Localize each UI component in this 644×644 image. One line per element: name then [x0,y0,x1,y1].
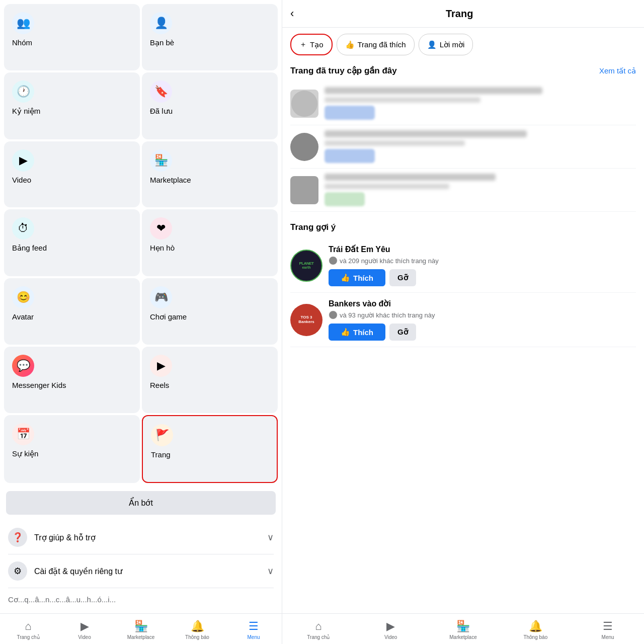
privacy-label: Cài đặt & quyền riêng tư [34,567,122,576]
nav-menu-left[interactable]: ☰ Menu [225,618,282,642]
person-plus-icon: 👤 [427,40,437,49]
recent-avatar-2 [290,133,318,161]
nav-thongbao-left[interactable]: 🔔 Thông báo [169,618,225,642]
invite-label: Lời mời [440,40,465,49]
nav-label-trang-chu: Trang chủ [17,634,39,640]
plus-icon: ＋ [299,40,307,49]
create-button[interactable]: ＋ Tạo [290,34,333,55]
more-text: Cơ...q...â...n...c...â...u...h...ó...i..… [0,588,282,611]
page-action-row-1 [325,106,636,120]
label-hen-ho: Hẹn hò [150,244,175,253]
friend-avatar-small [329,256,338,265]
like-bankers-button[interactable]: 👍 Thích [329,324,385,341]
nav-label-thongbao-right: Thông báo [523,634,547,640]
icon-hen-ho: ❤ [150,217,172,239]
grid-item-ky-niem[interactable]: 🕐 Kỷ niệm [4,72,140,139]
grid-item-trang[interactable]: 🚩 Trang [142,415,278,483]
grid-item-marketplace[interactable]: 🏪 Marketplace [142,141,278,207]
settings-item-privacy[interactable]: ⚙ Cài đặt & quyền riêng tư ∨ [0,554,282,588]
home-icon-left: ⌂ [25,620,31,633]
marketplace-icon-left: 🏪 [134,620,148,633]
nav-thongbao-right[interactable]: 🔔 Thông báo [499,618,572,642]
suggested-section: Trang gợi ý PLANET earth Trái Đất Em Yêu… [290,222,636,347]
page-action-blur-3 [325,192,365,206]
label-ban-be: Bạn bè [150,38,174,47]
settings-section: ❓ Trợ giúp & hỗ trợ ∨ ⚙ Cài đặt & quyền … [0,519,282,613]
page-detail-blur-1 [325,97,480,103]
nav-video-left[interactable]: ▶ Video [56,618,113,642]
grid-item-bang-feed[interactable]: ⏱ Bảng feed [4,209,140,276]
liked-pages-button[interactable]: 👍 Trang đã thích [337,34,415,55]
page-name-bankers: Bankers vào đời [329,299,636,308]
recent-avatar-1 [290,90,318,118]
nav-label-thongbao: Thông báo [185,634,209,640]
recent-page-info-1 [325,87,636,120]
icon-da-luu: 🔖 [150,80,172,103]
grid-item-nhom[interactable]: 👥 Nhóm [4,4,140,70]
recent-page-item-1[interactable] [290,82,636,125]
bell-icon-right: 🔔 [529,620,542,633]
grid-item-reels[interactable]: ▶ Reels [142,347,278,413]
grid-item-avatar[interactable]: 😊 Avatar [4,278,140,345]
suggested-page-trai-dat[interactable]: PLANET earth Trái Đất Em Yêu và 209 ngườ… [290,238,636,293]
page-detail-blur-3 [325,184,449,189]
page-desc-trai-dat: và 209 người khác thích trang này [329,256,636,265]
grid-item-messenger-kids[interactable]: 💬 Messenger Kids [4,347,140,413]
suggested-page-bankers[interactable]: TOS 3 Bankers Bankers vào đời và 93 ngườ… [290,293,636,347]
nav-video-right[interactable]: ▶ Video [355,618,427,642]
remove-bankers-button[interactable]: Gỡ [389,324,416,341]
icon-reels: ▶ [150,355,172,377]
page-name-blur-1 [325,87,542,94]
left-panel: 👥 Nhóm 👤 Bạn bè 🕐 Kỷ niệm 🔖 Đã lưu ▶ Vid… [0,0,282,644]
remove-trai-dat-button[interactable]: Gỡ [389,269,416,286]
suggested-section-header: Trang gợi ý [290,222,636,232]
icon-trang: 🚩 [151,424,173,446]
marketplace-icon-right: 🏪 [456,620,470,633]
hide-btn-row: Ẩn bớt [0,487,282,519]
grid-item-video[interactable]: ▶ Video [4,141,140,207]
like-label-trai-dat: Thích [353,274,373,282]
video-icon-right: ▶ [386,620,395,633]
chevron-icon-2: ∨ [267,566,274,577]
trai-dat-actions: 👍 Thích Gỡ [329,269,636,286]
right-header: ‹ Trang [282,0,644,28]
right-bottom-nav: ⌂ Trang chủ ▶ Video 🏪 Marketplace 🔔 Thôn… [282,613,644,644]
icon-ky-niem: 🕐 [12,80,34,103]
hide-button[interactable]: Ẩn bớt [6,491,276,515]
grid-item-choi-game[interactable]: 🎮 Chơi game [142,278,278,345]
like-icon-trai-dat: 👍 [341,273,350,282]
invitations-button[interactable]: 👤 Lời mời [419,34,473,55]
nav-label-menu-right: Menu [602,634,614,640]
grid-item-ban-be[interactable]: 👤 Bạn bè [142,4,278,70]
back-button[interactable]: ‹ [290,7,294,20]
grid-item-su-kien[interactable]: 📅 Sự kiện [4,415,140,483]
menu-icon-left: ☰ [249,620,259,633]
see-all-button[interactable]: Xem tất cả [599,66,636,75]
action-buttons: ＋ Tạo 👍 Trang đã thích 👤 Lời mời [290,34,636,55]
nav-trang-chu-left[interactable]: ⌂ Trang chủ [0,618,56,642]
like-icon-bankers: 👍 [341,328,350,337]
liked-label: Trang đã thích [358,40,406,49]
friend-avatar-small-2 [329,310,338,319]
grid-item-da-luu[interactable]: 🔖 Đã lưu [142,72,278,139]
nav-trang-chu-right[interactable]: ⌂ Trang chủ [282,618,355,642]
like-trai-dat-button[interactable]: 👍 Thích [329,269,385,286]
nav-marketplace-right[interactable]: 🏪 Marketplace [427,618,500,642]
right-panel: ‹ Trang ＋ Tạo 👍 Trang đã thích 👤 Lời mời… [282,0,644,644]
recent-page-item-3[interactable] [290,169,636,212]
right-content: ＋ Tạo 👍 Trang đã thích 👤 Lời mời Trang đ… [282,28,644,613]
menu-icon-right: ☰ [603,620,613,633]
home-icon-right: ⌂ [315,620,321,633]
nav-marketplace-left[interactable]: 🏪 Marketplace [113,618,169,642]
chevron-icon: ∨ [267,532,274,543]
settings-item-help[interactable]: ❓ Trợ giúp & hỗ trợ ∨ [0,521,282,554]
suggested-page-info-trai-dat: Trái Đất Em Yêu và 209 người khác thích … [329,245,636,286]
nav-menu-right[interactable]: ☰ Menu [572,618,644,642]
nav-label-marketplace-right: Marketplace [449,634,476,640]
label-video: Video [12,176,31,184]
bankers-actions: 👍 Thích Gỡ [329,324,636,341]
grid-item-hen-ho[interactable]: ❤ Hẹn hò [142,209,278,276]
recent-page-item-2[interactable] [290,125,636,169]
label-ky-niem: Kỷ niệm [12,107,40,116]
page-like-blur-2 [325,149,375,163]
